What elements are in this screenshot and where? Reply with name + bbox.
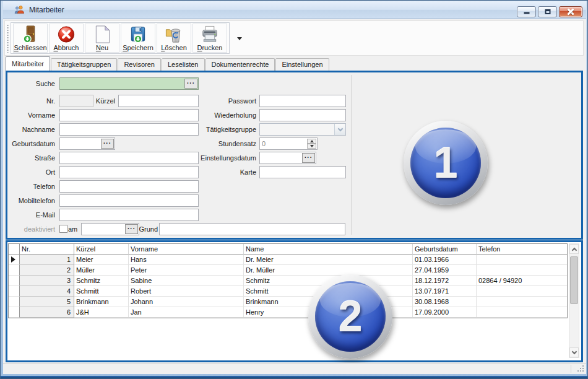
spinner-up-button[interactable] [307,139,316,144]
titlebar[interactable]: Mitarbeiter [3,1,586,19]
cell-telefon[interactable] [477,265,567,276]
spinner-down-button[interactable] [307,144,316,149]
cell-vorname[interactable]: Sabine [129,276,244,286]
cell-nr[interactable]: 3 [20,276,74,286]
scroll-down-button[interactable] [569,347,579,357]
scrollbar-thumb[interactable] [570,256,578,304]
cell-geburtsdatum[interactable]: 17.09.2000 [413,307,477,318]
scroll-up-button[interactable] [569,244,579,254]
cell-geburtsdatum[interactable]: 30.08.1968 [413,297,477,307]
table-row[interactable]: 3 Schmitz Sabine Schmitz 18.12.1972 0286… [9,276,567,286]
window-title: Mitarbeiter [29,6,64,14]
resize-grip-icon[interactable] [577,365,584,372]
table-row[interactable]: 2 Müller Peter Dr. Müller 27.04.1959 [9,265,567,276]
maximize-button[interactable] [538,6,557,17]
neu-button[interactable]: Neu [85,24,119,53]
schliessen-button[interactable]: Schliessen [13,24,48,53]
wiederholung-input[interactable] [259,109,346,121]
table-row[interactable]: 5 Brinkmann Johann Brinkmann 30.08.1968 [9,297,567,307]
cell-nr[interactable]: 6 [20,307,74,318]
cell-telefon[interactable] [477,255,567,265]
status-bar-separator [571,365,571,373]
nachname-input[interactable] [59,123,199,136]
print-dropdown-button[interactable] [235,33,244,43]
tab-taetigkeitsgruppen[interactable]: Tätigkeitsgruppen [51,58,117,71]
tab-mitarbeiter[interactable]: Mitarbeiter [6,56,50,71]
tab-einstellungen[interactable]: Einstellungen [275,58,329,71]
col-header-kuerzel[interactable]: Kürzel [74,244,129,255]
tab-leselisten[interactable]: Leselisten [162,58,205,71]
cell-nr[interactable]: 4 [20,286,74,297]
taetigkeitsgruppe-dropdown-button[interactable] [334,124,345,135]
cell-vorname[interactable]: Robert [129,286,244,297]
cell-telefon[interactable] [477,297,567,307]
email-input[interactable] [59,209,199,221]
ort-input[interactable] [59,166,199,178]
deaktiviert-am-picker-button[interactable]: ··· [125,224,138,234]
cell-kuerzel[interactable]: Schmitz [74,276,129,286]
abbruch-button[interactable]: Abbruch [49,24,84,53]
toolbar-grip-handle[interactable] [6,24,9,53]
col-header-geburtsdatum[interactable]: Geburtsdatum [413,244,477,255]
row-selector-cell[interactable] [9,255,20,265]
search-input[interactable] [60,78,198,89]
cell-vorname[interactable]: Johann [129,297,244,307]
grund-input[interactable] [159,223,345,235]
col-header-nr[interactable]: Nr. [20,244,74,255]
row-selector-cell[interactable] [9,307,20,318]
row-selector-cell[interactable] [9,297,20,307]
selector-header-cell [9,244,20,255]
tab-dokumentenrechte[interactable]: Dokumentenrechte [205,58,275,71]
passwort-input[interactable] [259,95,346,107]
cell-name[interactable]: Dr. Meier [244,255,413,265]
cell-telefon[interactable]: 02864 / 94920 [477,276,567,286]
vertical-scrollbar[interactable] [569,243,579,358]
cell-kuerzel[interactable]: Meier [74,255,129,265]
tab-revisoren[interactable]: Revisoren [118,58,161,71]
cell-kuerzel[interactable]: Brinkmann [74,297,129,307]
row-selector-cell[interactable] [9,276,20,286]
deaktiviert-checkbox[interactable] [59,225,67,233]
cell-nr[interactable]: 2 [20,265,74,276]
cell-vorname[interactable]: Jan [129,307,244,318]
mobiltelefon-input[interactable] [59,194,199,207]
cell-geburtsdatum[interactable]: 18.12.1972 [413,276,477,286]
search-browse-button[interactable]: ··· [184,79,197,89]
close-button[interactable] [559,6,582,17]
cell-kuerzel[interactable]: Schmitt [74,286,129,297]
loeschen-button[interactable]: Löschen [157,24,191,53]
table-row[interactable]: 6 J&H Jan Henry 17.09.2000 [9,307,567,318]
cell-geburtsdatum[interactable]: 13.07.1971 [413,286,477,297]
cell-kuerzel[interactable]: Müller [74,265,129,276]
spinner-up-icon [310,140,314,142]
cell-name[interactable]: Dr. Müller [244,265,413,276]
taetigkeitsgruppe-select[interactable] [259,123,346,136]
chevron-down-icon [237,37,242,40]
geburtsdatum-picker-button[interactable]: ··· [101,139,114,149]
cell-vorname[interactable]: Peter [129,265,244,276]
drucken-button[interactable]: Drucken [192,24,227,53]
cell-telefon[interactable] [477,307,567,318]
speichern-button[interactable]: Speichern [121,24,155,53]
cell-geburtsdatum[interactable]: 27.04.1959 [413,265,477,276]
cell-nr[interactable]: 1 [20,255,74,265]
table-row[interactable]: 4 Schmitt Robert Schmitt 13.07.1971 [9,286,567,297]
col-header-name[interactable]: Name [244,244,413,255]
row-selector-cell[interactable] [9,265,20,276]
minimize-button[interactable] [517,6,536,17]
strasse-input[interactable] [59,152,199,164]
telefon-input[interactable] [59,180,199,193]
printer-icon [200,25,220,44]
cell-geburtsdatum[interactable]: 01.03.1966 [413,255,477,265]
cell-telefon[interactable] [477,286,567,297]
table-row[interactable]: 1 Meier Hans Dr. Meier 01.03.1966 [9,255,567,265]
cell-kuerzel[interactable]: J&H [74,307,129,318]
cell-vorname[interactable]: Hans [129,255,244,265]
col-header-telefon[interactable]: Telefon [477,244,567,255]
row-selector-cell[interactable] [9,286,20,297]
col-header-vorname[interactable]: Vorname [129,244,244,255]
einstellungsdatum-picker-button[interactable]: ··· [302,153,315,163]
karte-input[interactable] [259,166,346,178]
vorname-input[interactable] [59,109,199,121]
cell-nr[interactable]: 5 [20,297,74,307]
